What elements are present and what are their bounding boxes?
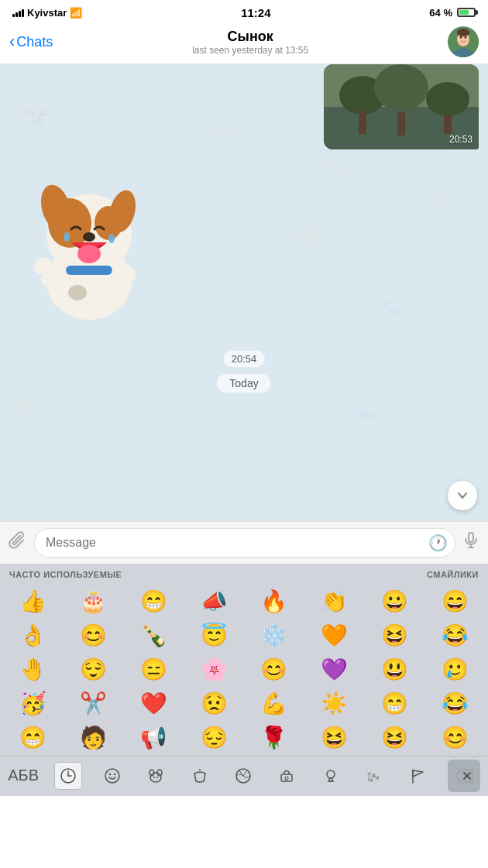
emoji-cell[interactable]: ✂️: [64, 686, 124, 720]
svg-rect-24: [359, 111, 366, 134]
mic-button[interactable]: [462, 531, 480, 554]
emoji-cell[interactable]: 😇: [184, 618, 244, 652]
emoji-cell[interactable]: 🤚: [3, 652, 64, 686]
svg-text:✂️: ✂️: [23, 106, 50, 132]
emoji-cell[interactable]: 👏: [304, 584, 365, 618]
emoji-cell[interactable]: 😁: [365, 686, 425, 720]
emoji-cell[interactable]: 😆: [365, 618, 425, 652]
recent-emoji-button[interactable]: [54, 762, 82, 790]
svg-point-49: [109, 773, 111, 774]
nav-bar: ‹ Chats Сынок last seen yesterday at 13:…: [0, 23, 488, 64]
emoji-clock-icon[interactable]: 🕐: [428, 533, 448, 552]
status-bar: Kyivstar 📶 11:24 64 %: [0, 0, 488, 23]
avatar-image: [448, 26, 479, 57]
svg-point-35: [64, 232, 70, 242]
emoji-cell[interactable]: ☀️: [304, 686, 365, 720]
svg-point-5: [465, 36, 467, 39]
emoji-cell[interactable]: 👍: [3, 584, 64, 618]
emoji-cell[interactable]: 😁: [3, 720, 64, 754]
message-input[interactable]: [34, 528, 455, 558]
objects-button[interactable]: [317, 762, 345, 790]
emoji-cell[interactable]: 🧑: [64, 720, 124, 754]
flags-button[interactable]: [404, 762, 431, 790]
emoji-cell[interactable]: 😊: [424, 720, 485, 754]
status-right: 64 %: [429, 7, 476, 19]
food-button[interactable]: [186, 762, 214, 790]
wifi-icon: 📶: [70, 7, 82, 19]
travel-button[interactable]: [273, 762, 301, 790]
svg-text:%: %: [368, 777, 373, 783]
emoji-section-right-label: СМАЙЛИКИ: [427, 570, 479, 579]
sticker-message[interactable]: [8, 142, 170, 343]
emoji-cell[interactable]: 📢: [124, 720, 184, 754]
back-button[interactable]: ‹ Chats: [9, 33, 53, 50]
svg-text:✂️: ✂️: [217, 129, 235, 146]
emoji-section-header: ЧАСТО ИСПОЛЬЗУЕМЫЕ СМАЙЛИКИ: [0, 564, 488, 582]
svg-point-23: [426, 82, 469, 116]
svg-text:🦴: 🦴: [426, 186, 449, 208]
bar3: [19, 11, 21, 17]
svg-rect-42: [469, 533, 473, 542]
sports-button[interactable]: [229, 762, 257, 790]
emoji-cell[interactable]: 🥲: [424, 652, 485, 686]
back-label: Chats: [16, 34, 53, 50]
emoji-cell[interactable]: 😀: [365, 584, 425, 618]
status-time: 11:24: [241, 6, 270, 19]
emoji-cell[interactable]: 😔: [184, 720, 244, 754]
emoji-cell[interactable]: 🎂: [64, 584, 124, 618]
emoji-cell[interactable]: 🔥: [244, 584, 304, 618]
abc-label: АБВ: [8, 767, 39, 784]
smiley-button[interactable]: [98, 762, 126, 790]
svg-rect-58: [281, 774, 292, 781]
svg-point-50: [114, 773, 115, 774]
emoji-cell[interactable]: 💪: [244, 686, 304, 720]
emoji-cell[interactable]: 😟: [184, 686, 244, 720]
emoji-cell[interactable]: 👌: [3, 618, 64, 652]
emoji-cell[interactable]: 😃: [365, 652, 425, 686]
emoji-cell[interactable]: 🌸: [184, 652, 244, 686]
image-message-time: 20:53: [449, 134, 473, 145]
chat-area: ✂️ 🐾 🦴 🐟 ⭐ 🏠 🐾 ✂️ 🦴 ⭐ 🐟 20:53: [0, 64, 488, 521]
delete-button[interactable]: [448, 760, 480, 792]
scroll-down-button[interactable]: [448, 481, 477, 510]
emoji-cell[interactable]: ❄️: [244, 618, 304, 652]
bar4: [22, 9, 24, 17]
contact-avatar[interactable]: [448, 26, 479, 57]
emoji-cell[interactable]: 😂: [424, 686, 485, 720]
abc-button[interactable]: АБВ: [8, 762, 39, 790]
emoji-cell[interactable]: 🥳: [3, 686, 64, 720]
svg-point-60: [327, 770, 335, 778]
emoji-cell[interactable]: 🧡: [304, 618, 365, 652]
svg-point-34: [83, 232, 95, 242]
emoji-cell[interactable]: 🍾: [124, 618, 184, 652]
emoji-cell[interactable]: ❤️: [124, 686, 184, 720]
svg-text:⭐: ⭐: [294, 223, 320, 248]
nav-center: Сынок last seen yesterday at 13:55: [53, 29, 448, 56]
animals-button[interactable]: [142, 762, 170, 790]
attach-button[interactable]: [8, 530, 28, 555]
message-input-wrapper: 🕐: [34, 528, 455, 558]
emoji-cell[interactable]: 😊: [244, 652, 304, 686]
emoji-cell[interactable]: 🌹: [244, 720, 304, 754]
svg-rect-39: [66, 266, 112, 275]
svg-text:⭐: ⭐: [15, 396, 37, 417]
emoji-cell[interactable]: 💜: [304, 652, 365, 686]
signal-bars: [12, 8, 24, 17]
emoji-cell[interactable]: 😄: [424, 584, 485, 618]
emoji-cell[interactable]: 😁: [124, 584, 184, 618]
svg-text:🐾: 🐾: [380, 297, 399, 316]
chat-subtitle: last seen yesterday at 13:55: [59, 45, 442, 56]
bar1: [12, 14, 15, 17]
emoji-cell[interactable]: 😆: [304, 720, 365, 754]
emoji-cell[interactable]: 😌: [64, 652, 124, 686]
svg-point-59: [285, 777, 288, 780]
symbols-button[interactable]: T & # %: [360, 762, 388, 790]
emoji-cell[interactable]: 😑: [124, 652, 184, 686]
emoji-cell[interactable]: 😆: [365, 720, 425, 754]
emoji-cell[interactable]: 😊: [64, 618, 124, 652]
status-left: Kyivstar 📶: [12, 7, 82, 19]
emoji-cell[interactable]: 😂: [424, 618, 485, 652]
image-message-bubble[interactable]: 20:53: [324, 64, 479, 149]
svg-point-48: [105, 769, 119, 783]
emoji-cell[interactable]: 📣: [184, 584, 244, 618]
